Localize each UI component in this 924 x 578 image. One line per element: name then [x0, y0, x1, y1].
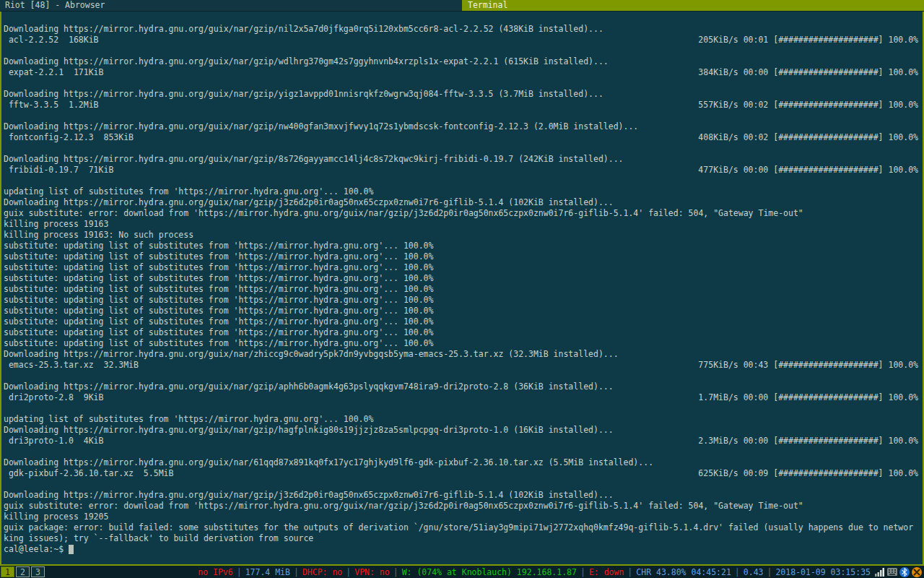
terminal-line: Downloading https://mirror.hydra.gnu.org…	[4, 89, 918, 100]
terminal-line: acl-2.2.52 168KiB205KiB/s 00:01 [#######…	[4, 35, 918, 46]
status-segments: no IPv6|177.4 MiB|DHCP: no|VPN: no|W: (0…	[198, 567, 871, 577]
terminal-line: expat-2.2.1 171KiB384KiB/s 00:00 [######…	[4, 67, 918, 78]
terminal-line: fribidi-0.19.7 71KiB477KiB/s 00:00 [####…	[4, 165, 918, 176]
status-separator: |	[290, 567, 302, 577]
terminal-line: Downloading https://mirror.hydra.gnu.org…	[4, 425, 918, 436]
workspace-switcher: 123	[0, 566, 45, 577]
titlebar-tab-terminal[interactable]: Terminal	[462, 0, 924, 12]
terminal-line: guix package: error: build failed: some …	[4, 522, 918, 533]
terminal-line: Downloading https://mirror.hydra.gnu.org…	[4, 349, 918, 360]
status-separator: |	[390, 567, 402, 577]
status-separator: |	[731, 567, 744, 577]
terminal-line: substitute: updating list of substitutes…	[4, 284, 918, 295]
terminal-line	[4, 111, 918, 121]
terminal-line: substitute: updating list of substitutes…	[4, 295, 918, 306]
terminal-line: substitute: updating list of substitutes…	[4, 316, 918, 327]
status-separator: |	[624, 567, 636, 577]
terminal-line: substitute: updating list of substitutes…	[4, 327, 918, 338]
statusbar: 123 no IPv6|177.4 MiB|DHCP: no|VPN: no|W…	[0, 566, 924, 578]
workspace-button-2[interactable]: 2	[16, 566, 30, 577]
terminal-line: substitute: updating list of substitutes…	[4, 306, 918, 316]
terminal-line: substitute: updating list of substitutes…	[4, 273, 918, 284]
terminal-line: king issues); try `--fallback' to build …	[4, 533, 918, 544]
terminal-line: Downloading https://mirror.hydra.gnu.org…	[4, 490, 918, 501]
terminal-line: substitute: updating list of substitutes…	[4, 338, 918, 349]
terminal-line: killing process 19163: No such process	[4, 230, 918, 241]
terminal-line: substitute: updating list of substitutes…	[4, 251, 918, 262]
terminal-prompt-line: cal@leela:~$	[4, 544, 918, 555]
titlebar: Riot [48] - Abrowser Terminal	[0, 0, 924, 12]
system-tray	[871, 567, 924, 577]
terminal-line	[4, 78, 918, 89]
titlebar-window-riot[interactable]: Riot [48] - Abrowser	[0, 0, 462, 12]
terminal-line: Downloading https://mirror.hydra.gnu.org…	[4, 457, 918, 468]
terminal-line	[4, 176, 918, 186]
terminal-line: Downloading https://mirror.hydra.gnu.org…	[4, 197, 918, 208]
terminal-output: Downloading https://mirror.hydra.gnu.org…	[1, 12, 923, 555]
terminal-line	[4, 46, 918, 56]
terminal-line: killing process 19163	[4, 219, 918, 230]
status-segment: 177.4 MiB	[245, 567, 290, 577]
terminal-line: Downloading https://mirror.hydra.gnu.org…	[4, 381, 918, 392]
terminal-line: Downloading https://mirror.hydra.gnu.org…	[4, 24, 918, 35]
terminal-line: Downloading https://mirror.hydra.gnu.org…	[4, 121, 918, 132]
status-separator: |	[342, 567, 354, 577]
terminal-line	[4, 371, 918, 381]
signal-strength-icon[interactable]	[875, 567, 885, 577]
status-segment: E: down	[589, 567, 624, 577]
status-segment: no IPv6	[198, 567, 232, 577]
status-segment: 2018-01-09 03:15:35	[775, 567, 871, 577]
terminal-line: dri3proto-1.0 4KiB2.3MiB/s 00:00 [######…	[4, 436, 918, 447]
terminal-line: substitute: updating list of substitutes…	[4, 262, 918, 273]
terminal-line: dri2proto-2.8 9KiB1.7MiB/s 00:00 [######…	[4, 392, 918, 403]
status-segment: W: (074% at Knoblauch) 192.168.1.87	[402, 567, 577, 577]
terminal-line: guix substitute: error: download from 'h…	[4, 208, 918, 219]
terminal-line: updating list of substitutes from 'https…	[4, 414, 918, 425]
terminal-line	[4, 143, 918, 154]
terminal-line: fontconfig-2.12.3 853KiB408KiB/s 00:02 […	[4, 132, 918, 143]
keyboard-icon[interactable]	[887, 567, 897, 577]
status-separator: |	[764, 567, 776, 577]
bluetooth-icon[interactable]	[899, 567, 910, 577]
terminal-line: emacs-25.3.tar.xz 32.3MiB775KiB/s 00:43 …	[4, 360, 918, 371]
terminal-line: Downloading https://mirror.hydra.gnu.org…	[4, 154, 918, 165]
terminal-line: fftw-3.3.5 1.2MiB557KiB/s 00:02 [#######…	[4, 100, 918, 111]
terminal-line: gdk-pixbuf-2.36.10.tar.xz 5.5MiB625KiB/s…	[4, 468, 918, 479]
terminal-line: Downloading https://mirror.hydra.gnu.org…	[4, 56, 918, 67]
terminal-line	[4, 403, 918, 414]
terminal-line: killing process 19205	[4, 512, 918, 522]
terminal-window[interactable]: Downloading https://mirror.hydra.gnu.org…	[0, 12, 924, 566]
status-separator: |	[233, 567, 245, 577]
workspace-button-1[interactable]: 1	[1, 566, 14, 577]
terminal-line	[4, 479, 918, 490]
terminal-cursor	[69, 545, 74, 554]
workspace-button-3[interactable]: 3	[31, 566, 45, 577]
status-segment: 0.43	[744, 567, 764, 577]
offline-icon[interactable]	[912, 567, 922, 577]
terminal-line: substitute: updating list of substitutes…	[4, 241, 918, 251]
status-segment: VPN: no	[354, 567, 389, 577]
status-separator: |	[577, 567, 589, 577]
status-segment: DHCP: no	[302, 567, 342, 577]
terminal-line: updating list of substitutes from 'https…	[4, 186, 918, 197]
status-segment: CHR 43.80% 04:45:21	[636, 567, 731, 577]
terminal-line: guix substitute: error: download from 'h…	[4, 501, 918, 512]
terminal-line	[4, 447, 918, 457]
